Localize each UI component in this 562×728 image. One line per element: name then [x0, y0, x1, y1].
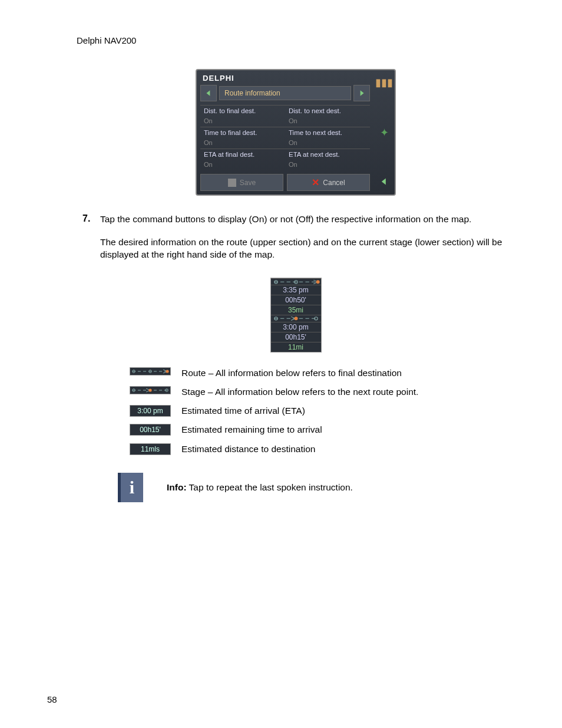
- battery-icon: ▮▮▮: [375, 76, 393, 89]
- page-number: 58: [47, 694, 57, 704]
- label-dist-final: Dist. to final dest.: [200, 105, 285, 116]
- legend-dist-box: 11mls: [130, 443, 171, 455]
- next-arrow-button[interactable]: [353, 85, 370, 101]
- info-dist-next: 11mi: [271, 342, 321, 352]
- info-label: Info:: [167, 482, 187, 492]
- cancel-button-label: Cancel: [323, 179, 345, 187]
- device-logo: DELPHI: [197, 70, 373, 85]
- label-eta-next: ETA at next dest.: [285, 149, 370, 160]
- step-text-2: The desired information on the route (up…: [100, 236, 515, 261]
- legend-time-text: Estimated remaining time to arrival: [181, 424, 322, 436]
- svg-point-3: [316, 280, 319, 284]
- legend: Route – All information below refers to …: [130, 367, 515, 455]
- info-eta-final: 3:35 pm: [271, 285, 321, 295]
- legend-stage-icon: [130, 386, 171, 394]
- toggle-dist-next[interactable]: On: [285, 116, 370, 127]
- back-icon[interactable]: [380, 176, 388, 189]
- legend-stage-text: Stage – All information below refers to …: [181, 386, 418, 398]
- label-eta-final: ETA at final dest.: [200, 149, 285, 160]
- save-button-label: Save: [240, 179, 256, 187]
- legend-eta-text: Estimated time of arrival (ETA): [181, 405, 305, 417]
- svg-point-11: [166, 370, 168, 373]
- toggle-eta-next[interactable]: On: [285, 160, 370, 170]
- legend-time-box: 00h15': [130, 424, 171, 436]
- disk-icon: [228, 179, 236, 187]
- x-icon: ✕: [312, 177, 319, 188]
- info-note: i Info: Tap to repeat the last spoken in…: [118, 473, 515, 502]
- legend-dist-text: Estimated distance to destination: [181, 443, 315, 455]
- legend-route-icon: [130, 367, 171, 375]
- screen-title: Route information: [219, 86, 351, 100]
- save-button[interactable]: Save: [200, 174, 283, 191]
- toggle-eta-final[interactable]: On: [200, 160, 285, 170]
- label-time-final: Time to final dest.: [200, 127, 285, 138]
- device-screenshot: DELPHI Route information Dist. to final …: [196, 69, 396, 196]
- toggle-time-next[interactable]: On: [285, 138, 370, 149]
- info-panel: 3:35 pm 00h50' 35mi 3:00 pm 00h15' 11mi: [270, 278, 322, 353]
- label-time-next: Time to next dest.: [285, 127, 370, 138]
- info-eta-next: 3:00 pm: [271, 322, 321, 332]
- cancel-button[interactable]: ✕ Cancel: [287, 174, 370, 191]
- step-7: 7. Tap the command buttons to display (O…: [77, 213, 515, 272]
- route-icon: [271, 279, 321, 285]
- toggle-time-final[interactable]: On: [200, 138, 285, 149]
- prev-arrow-button[interactable]: [200, 85, 217, 101]
- svg-point-14: [148, 389, 151, 392]
- label-dist-next: Dist. to next dest.: [285, 105, 370, 116]
- satellite-icon: ✦: [380, 126, 389, 139]
- toggle-dist-final[interactable]: On: [200, 116, 285, 127]
- step-number: 7.: [82, 213, 100, 272]
- step-text-1: Tap the command buttons to display (On) …: [100, 213, 515, 226]
- info-text: Tap to repeat the last spoken instructio…: [187, 482, 353, 492]
- stage-icon: [271, 315, 321, 322]
- legend-route-text: Route – All information below refers to …: [181, 367, 402, 379]
- info-icon: i: [118, 473, 143, 502]
- info-time-final: 00h50': [271, 295, 321, 305]
- svg-point-6: [294, 317, 297, 321]
- info-time-next: 00h15': [271, 332, 321, 342]
- info-dist-final: 35mi: [271, 305, 321, 315]
- legend-eta-box: 3:00 pm: [130, 405, 171, 417]
- page-header: Delphi NAV200: [77, 35, 515, 45]
